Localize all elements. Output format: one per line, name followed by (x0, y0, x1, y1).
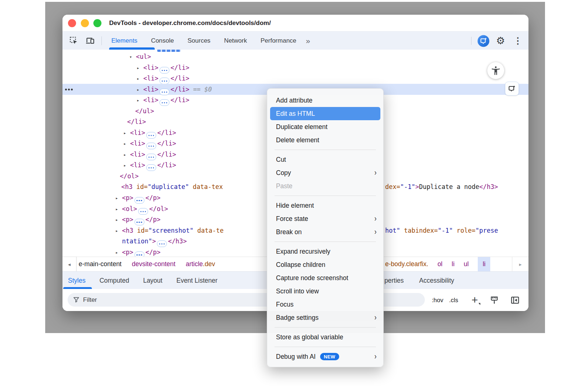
expand-arrow-icon[interactable]: ▸ (137, 95, 143, 106)
menu-item-delete-element[interactable]: Delete element (267, 133, 383, 147)
dom-tree-row-fragment[interactable]: dex="-1">Duplicate a node</h3> (385, 181, 498, 192)
toggle-sidebar-panel-icon[interactable] (510, 289, 520, 311)
expand-arrow-icon[interactable]: ▸ (137, 73, 143, 84)
expand-arrow-icon[interactable]: ▸ (137, 62, 143, 74)
menu-item-scroll-into-view[interactable]: Scroll into view (267, 285, 383, 298)
inspect-element-icon[interactable] (68, 35, 79, 46)
collapsed-content-ellipsis-icon[interactable] (135, 251, 144, 257)
breadcrumb-item[interactable]: e-body.clearfix. (385, 257, 428, 271)
row-more-actions-icon[interactable] (65, 84, 73, 95)
breadcrumb-item[interactable]: ul (464, 257, 469, 271)
expand-arrow-icon[interactable]: ▸ (115, 225, 122, 236)
dom-tree-row[interactable]: ▾<ul> (129, 51, 151, 62)
expand-arrow-icon[interactable]: ▸ (137, 84, 143, 95)
element-classes-button[interactable]: .cls (449, 289, 458, 311)
breadcrumb-item[interactable]: li (478, 257, 490, 271)
expand-arrow-icon[interactable]: ▸ (123, 138, 130, 149)
sidebar-tab-perties[interactable]: perties (384, 277, 404, 285)
breadcrumb-item[interactable]: article.dev (186, 257, 215, 271)
node-ai-assistant-button[interactable] (505, 82, 519, 96)
sidebar-tab-accessibility[interactable]: Accessibility (419, 277, 454, 285)
dom-tree-row[interactable]: </ol> (120, 171, 139, 182)
dom-tree-row[interactable]: </li> (127, 116, 146, 127)
menu-item-copy[interactable]: Copy› (267, 166, 383, 179)
expand-arrow-icon[interactable]: ▸ (115, 247, 122, 257)
device-toolbar-icon[interactable] (85, 35, 96, 46)
menu-item-collapse-children[interactable]: Collapse children (267, 258, 383, 271)
menu-item-capture-node-screenshot[interactable]: Capture node screenshot (267, 271, 383, 285)
menu-item-break-on[interactable]: Break on› (267, 225, 383, 239)
expand-arrow-icon[interactable]: ▾ (129, 51, 136, 62)
tab-elements[interactable]: Elements (111, 37, 137, 44)
breadcrumb-item[interactable]: e-main-content (79, 257, 122, 271)
breadcrumb-item[interactable]: li (452, 257, 455, 271)
sidebar-tab-computed[interactable]: Computed (100, 277, 129, 285)
dom-tree-row[interactable]: ▸<li></li> (137, 94, 189, 106)
dom-tree-row[interactable]: ▸<li></li> (137, 62, 189, 73)
breadcrumb-scroll-right-button[interactable]: ▸ (512, 257, 528, 271)
sidebar-tab-styles[interactable]: Styles (68, 277, 86, 285)
dom-tree-row-fragment[interactable]: hot" tabindex="-1" role="prese (385, 225, 498, 236)
tab-network[interactable]: Network (224, 37, 247, 44)
menu-item-cut[interactable]: Cut (267, 153, 383, 166)
tab-sources[interactable]: Sources (187, 37, 210, 44)
breadcrumb-item[interactable]: ol (437, 257, 442, 271)
expand-arrow-icon[interactable]: ▸ (123, 128, 130, 139)
expand-arrow-icon[interactable]: ▸ (115, 214, 122, 225)
new-style-rule-button[interactable]: + (472, 289, 480, 311)
collapsed-content-ellipsis-icon[interactable] (146, 164, 156, 171)
rendering-brush-icon[interactable] (490, 289, 499, 311)
close-button[interactable] (68, 19, 76, 27)
menu-item-hide-element[interactable]: Hide element (267, 199, 383, 212)
expand-arrow-icon[interactable]: ▸ (123, 149, 130, 160)
expand-arrow-icon[interactable]: ▸ (123, 160, 130, 171)
dom-tree-row[interactable]: <h3 id="duplicate" data-tex (121, 181, 223, 192)
dom-tree-row[interactable]: ntation"></h3> (122, 236, 187, 247)
dom-tree-row[interactable]: ▸<p></p> (115, 192, 161, 203)
collapsed-content-ellipsis-icon[interactable] (159, 78, 169, 84)
toggle-element-state-button[interactable]: :hov (432, 289, 443, 311)
dom-tree-row[interactable]: ▸<li></li> (123, 127, 176, 138)
tab-console[interactable]: Console (151, 37, 174, 44)
dom-tree-row[interactable]: ▸<li></li> (123, 160, 176, 171)
dom-tree-row[interactable]: ▸<li></li> (123, 149, 176, 160)
menu-item-paste[interactable]: Paste (267, 179, 383, 193)
dom-tree-row[interactable]: ▸<li></li> == $0 (137, 84, 212, 95)
tab-performance[interactable]: Performance (261, 37, 296, 44)
collapsed-content-ellipsis-icon[interactable] (135, 219, 144, 225)
breadcrumb-scroll-left-button[interactable]: ◂ (62, 257, 76, 271)
ai-assistant-icon[interactable] (477, 34, 490, 47)
menu-item-badge-settings[interactable]: Badge settings› (267, 311, 383, 324)
expand-arrow-icon[interactable]: ▸ (115, 204, 122, 215)
minimize-button[interactable] (81, 19, 89, 27)
collapsed-content-ellipsis-icon[interactable] (135, 197, 144, 204)
maximize-button[interactable] (93, 19, 101, 27)
more-tabs-chevron-icon[interactable]: » (306, 36, 309, 45)
dom-tree-row[interactable]: ▸<ol></ol> (115, 203, 168, 214)
breadcrumb-item[interactable]: devsite-content (132, 257, 176, 271)
accessibility-overlay-button[interactable] (487, 62, 504, 79)
collapsed-content-ellipsis-icon[interactable] (159, 99, 169, 106)
settings-gear-icon[interactable]: ⚙ (494, 34, 507, 47)
menu-item-debug-with-ai[interactable]: Debug with AINEW› (267, 350, 383, 363)
menu-item-add-attribute[interactable]: Add attribute (267, 94, 383, 107)
menu-item-force-state[interactable]: Force state› (267, 212, 383, 225)
menu-item-focus[interactable]: Focus (267, 298, 383, 311)
menu-item-duplicate-element[interactable]: Duplicate element (267, 120, 383, 133)
dom-tree-row[interactable]: ▸<p></p> (115, 214, 161, 225)
collapsed-content-ellipsis-icon[interactable] (157, 240, 167, 247)
dom-tree-row[interactable]: ▸<li></li> (123, 138, 176, 149)
dom-tree-row[interactable]: ▸<p></p> (115, 247, 161, 257)
menu-item-edit-as-html[interactable]: Edit as HTML (270, 107, 380, 120)
dom-tree-row[interactable]: </ul> (135, 106, 154, 117)
kebab-menu-icon[interactable]: ⋮ (511, 34, 524, 47)
sidebar-tab-event-listener[interactable]: Event Listener (176, 277, 218, 285)
menu-item-expand-recursively[interactable]: Expand recursively (267, 245, 383, 258)
sidebar-tab-layout[interactable]: Layout (143, 277, 162, 285)
expand-arrow-icon[interactable]: ▸ (115, 193, 122, 204)
dom-tree-row[interactable]: ▸<li></li> (137, 73, 189, 84)
dom-tree-row[interactable]: ▸<h3 id="screenshot" data-te (115, 225, 223, 236)
menu-item-store-as-global-variable[interactable]: Store as global variable (267, 330, 383, 344)
ellipsis-dot (141, 254, 142, 256)
collapsed-content-ellipsis-icon[interactable] (146, 143, 156, 149)
